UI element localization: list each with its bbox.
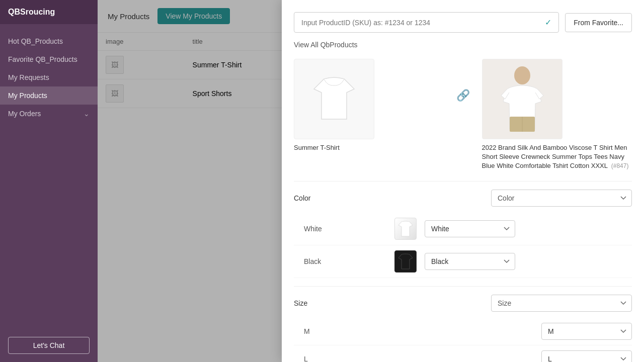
black-variant-label: Black — [294, 257, 394, 265]
right-product-image — [482, 59, 562, 139]
color-label: Color — [294, 194, 310, 202]
size-select[interactable]: Size — [491, 295, 632, 312]
color-section: Color Color White White Black — [294, 190, 632, 278]
black-variant-select[interactable]: Black — [425, 253, 515, 270]
size-label: Size — [294, 299, 307, 307]
white-variant-thumb — [394, 218, 417, 240]
m-variant-select[interactable]: M — [541, 323, 632, 340]
app-logo: QBSroucing — [0, 0, 98, 24]
product-comparison: Summer T-Shirt 🔗 — [294, 59, 632, 171]
variant-row-black: Black Black — [294, 245, 632, 278]
sidebar-nav: Hot QB_Products Favorite QB_Products My … — [0, 24, 98, 329]
sidebar-item-my-products[interactable]: My Products — [0, 86, 98, 105]
variant-row-white: White White — [294, 213, 632, 245]
black-variant-thumb — [394, 250, 417, 273]
product-id-input[interactable] — [301, 19, 545, 27]
check-icon: ✓ — [545, 18, 551, 27]
sidebar-item-my-requests[interactable]: My Requests — [0, 68, 98, 86]
m-variant-label: M — [294, 327, 394, 335]
right-product-sku: (#847) — [611, 162, 629, 169]
lets-chat-button[interactable]: Let's Chat — [8, 337, 90, 354]
svg-point-0 — [514, 66, 530, 84]
color-header: Color Color — [294, 190, 632, 207]
size-header: Size Size — [294, 295, 632, 312]
sidebar-item-hot-qb-products[interactable]: Hot QB_Products — [0, 32, 98, 50]
sidebar-item-favorite-qb-products[interactable]: Favorite QB_Products — [0, 50, 98, 68]
left-product-image — [294, 59, 374, 139]
from-favorite-button[interactable]: From Favorite... — [565, 13, 632, 32]
l-variant-select[interactable]: L — [541, 350, 632, 362]
sidebar-item-my-orders[interactable]: My Orders ⌄ — [0, 105, 98, 123]
left-product-card: Summer T-Shirt — [294, 59, 444, 152]
product-id-input-container[interactable]: ✓ — [294, 12, 559, 33]
sidebar-footer: Let's Chat — [0, 329, 98, 362]
link-icon-container: 🔗 — [456, 59, 470, 102]
modal-panel: ✓ From Favorite... View All QbProducts S… — [282, 0, 644, 362]
sidebar: QBSroucing Hot QB_Products Favorite QB_P… — [0, 0, 98, 362]
l-variant-label: L — [294, 355, 394, 362]
size-section: Size Size M M L L — [294, 295, 632, 362]
color-select[interactable]: Color — [491, 190, 632, 207]
view-all-qbproducts-link[interactable]: View All QbProducts — [294, 41, 632, 49]
divider-2 — [294, 286, 632, 287]
white-variant-select[interactable]: White — [425, 220, 515, 237]
modal-top-row: ✓ From Favorite... — [294, 12, 632, 33]
right-product-title: 2022 Brand Silk And Bamboo Viscose T Shi… — [482, 143, 632, 171]
white-variant-label: White — [294, 225, 394, 233]
divider — [294, 181, 632, 182]
main-content: My Products View My Products image title… — [98, 0, 644, 362]
variant-row-m: M M — [294, 318, 632, 345]
variant-row-l: L L — [294, 345, 632, 362]
right-product-card: 2022 Brand Silk And Bamboo Viscose T Shi… — [482, 59, 632, 171]
left-product-title: Summer T-Shirt — [294, 143, 444, 152]
link-icon: 🔗 — [456, 89, 470, 102]
